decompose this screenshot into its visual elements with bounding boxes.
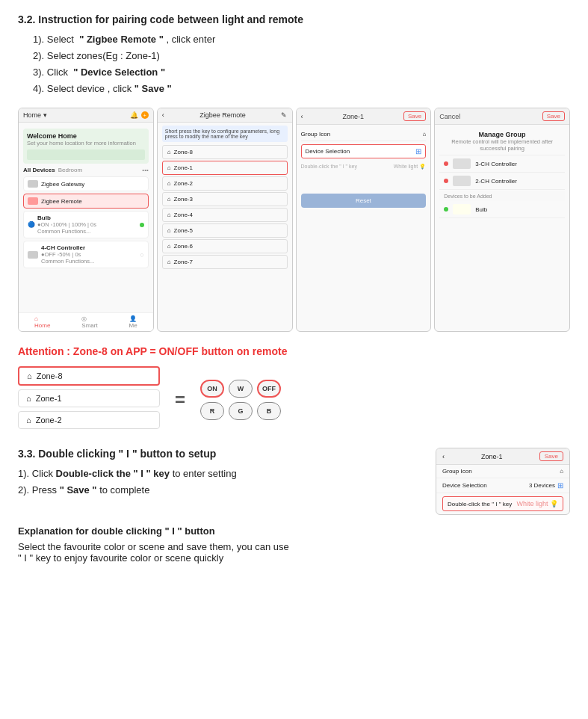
group-icon-label: Group Icon	[301, 131, 331, 138]
ps-save-button[interactable]: Save	[539, 451, 563, 461]
zone8-label: Zone-8	[174, 149, 193, 155]
bulb-funcs: Common Functions...	[37, 228, 96, 235]
ps-header: ‹ Zone-1 Save	[436, 448, 569, 465]
ctrl-3ch-dot	[444, 161, 448, 166]
screen-manage-body: Manage Group Remote control will be impl…	[435, 125, 569, 221]
zone-item-2[interactable]: ⌂Zone-2	[162, 176, 288, 191]
zone1-save-button[interactable]: Save	[403, 111, 426, 121]
cancel-button[interactable]: Cancel	[439, 113, 460, 120]
device-selection-label: Device Selection	[306, 148, 350, 155]
zone7-label: Zone-7	[174, 259, 193, 265]
bulb-name: Bulb	[37, 215, 96, 221]
section33-title: 3.3. Double clicking " I " button to set…	[18, 448, 421, 460]
white-light-label: White light 💡	[394, 164, 427, 170]
g-button[interactable]: G	[229, 402, 253, 420]
controller-3ch: 3-CH Controller	[439, 155, 565, 173]
zone8-small-label: Zone-8	[37, 371, 63, 380]
zone8-small-icon: ⌂	[27, 371, 32, 380]
grid-icon: ⊞	[415, 147, 421, 155]
step-2: 2). Select zones(Eg : Zone-1)	[33, 48, 570, 64]
zone5-label: Zone-5	[174, 227, 193, 234]
device-bulb-add: Bulb	[439, 201, 565, 218]
zone1-small-icon: ⌂	[26, 394, 31, 403]
screen-home-header: Home ▾ 🔔 +	[19, 108, 153, 123]
nav-smart[interactable]: ◎Smart	[81, 315, 97, 329]
step33-2: 2). Press " Save " to complete	[18, 482, 421, 499]
zone2-small-icon: ⌂	[26, 416, 31, 425]
step-4: 4). Select device , click " Save "	[33, 81, 570, 97]
gateway-icon	[28, 180, 38, 188]
zone-item-1[interactable]: ⌂Zone-1	[162, 161, 288, 175]
step-1: 1). Select " Zigbee Remote " , click ent…	[33, 31, 570, 48]
reset-button[interactable]: Reset	[301, 194, 427, 208]
screen-manage-header: Cancel Save	[435, 108, 569, 125]
zone-list: ⌂Zone-8 ⌂Zone-1 ⌂Zone-2 ⌂Zone-3 ⌂Zone-4 …	[162, 145, 288, 269]
controller-funcs: Common Functions...	[41, 258, 94, 265]
r-button[interactable]: R	[200, 402, 224, 420]
zone4-icon: ⌂	[167, 212, 171, 218]
welcome-sub: Set your home location for more informat…	[27, 140, 145, 146]
controller-2ch: 2-CH Controller	[439, 173, 565, 190]
b-button[interactable]: B	[257, 402, 281, 420]
ps-home-icon[interactable]: ⌂	[560, 468, 563, 475]
section-32-steps: 1). Select " Zigbee Remote " , click ent…	[18, 31, 570, 97]
zone1-icon: ⌂	[167, 164, 171, 171]
attention-zone-2[interactable]: ⌂ Zone-2	[18, 411, 160, 429]
ps-group-icon-row: Group Icon ⌂	[436, 465, 569, 478]
bulb-dot: 🔵	[28, 221, 35, 228]
zone-item-7[interactable]: ⌂Zone-7	[162, 255, 288, 269]
step-3: 3). Click " Device Selection "	[33, 64, 570, 81]
attention-zone-1[interactable]: ⌂ Zone-1	[18, 389, 160, 407]
zone-item-8[interactable]: ⌂Zone-8	[162, 145, 288, 159]
ctrl-2ch-dot	[444, 179, 448, 183]
tab-bedroom[interactable]: Bedroom	[58, 167, 82, 173]
device-selection-row[interactable]: Device Selection ⊞	[301, 144, 427, 158]
zone4-label: Zone-4	[174, 212, 193, 218]
ctrl-2ch-icon	[453, 176, 471, 186]
step33-1: 1). Click Double-click the " I " key to …	[18, 466, 421, 482]
bulb-status: ●ON ◦100% | 100% | 0s	[37, 221, 96, 228]
off-button[interactable]: OFF	[257, 380, 281, 398]
edit-icon[interactable]: ✎	[281, 111, 287, 119]
manage-group-title: Manage Group	[442, 131, 562, 138]
group-icon-row: Group Icon ⌂	[301, 128, 427, 141]
section-32: 3.2. Instruction for pairing code betwee…	[18, 13, 570, 97]
back-arrow-icon-2[interactable]: ‹	[301, 113, 303, 120]
zone3-icon: ⌂	[167, 196, 171, 203]
exp-title: Explanation for double clicking " I " bu…	[18, 525, 570, 537]
bulb-green-dot	[140, 223, 144, 227]
nav-home[interactable]: ⌂Home	[34, 315, 50, 329]
zone-item-6[interactable]: ⌂Zone-6	[162, 239, 288, 253]
section-32-title: 3.2. Instruction for pairing code betwee…	[18, 13, 570, 25]
w-button[interactable]: W	[229, 380, 253, 398]
ps-dbl-click-label: Double-click the " I " key	[448, 501, 512, 507]
tab-all-devices[interactable]: All Devices	[23, 167, 55, 173]
attention-zone-list: ⌂ Zone-8 ⌂ Zone-1 ⌂ Zone-2	[18, 366, 160, 433]
ps-grid-icon: ⊞	[557, 481, 563, 490]
zone-item-3[interactable]: ⌂Zone-3	[162, 192, 288, 206]
remote-label: Zigbee Remote	[41, 198, 82, 205]
ps-title: Zone-1	[481, 453, 503, 460]
on-button[interactable]: ON	[200, 380, 224, 398]
back-arrow-icon[interactable]: ‹	[162, 111, 164, 119]
ps-back-icon[interactable]: ‹	[442, 453, 445, 460]
nav-me[interactable]: 👤Me	[129, 315, 137, 329]
save-button-mg[interactable]: Save	[542, 111, 565, 121]
bulb-add-dot	[444, 207, 448, 212]
map-area	[27, 149, 145, 160]
more-icon[interactable]: •••	[142, 167, 148, 173]
zone-item-5[interactable]: ⌂Zone-5	[162, 223, 288, 238]
zone3-label: Zone-3	[174, 196, 193, 203]
zone-item-4[interactable]: ⌂Zone-4	[162, 208, 288, 222]
screen-home-body: Welcome Home Set your home location for …	[19, 123, 153, 274]
screen-manage-group: Cancel Save Manage Group Remote control …	[434, 108, 570, 332]
group-icon-home[interactable]: ⌂	[422, 131, 426, 138]
attention-zone-8[interactable]: ⌂ Zone-8	[18, 366, 160, 386]
device-zigbee-remote[interactable]: Zigbee Remote	[23, 194, 149, 209]
zone6-label: Zone-6	[174, 243, 193, 250]
screen-zone1-header: ‹ Zone-1 Save	[297, 108, 431, 125]
ps-group-icon-label: Group Icon	[442, 468, 472, 475]
ps-dbl-click-row[interactable]: Double-click the " I " key White light 💡	[442, 496, 563, 511]
controller-toggle[interactable]: ○	[140, 251, 143, 259]
welcome-home-card: Welcome Home Set your home location for …	[23, 129, 149, 164]
